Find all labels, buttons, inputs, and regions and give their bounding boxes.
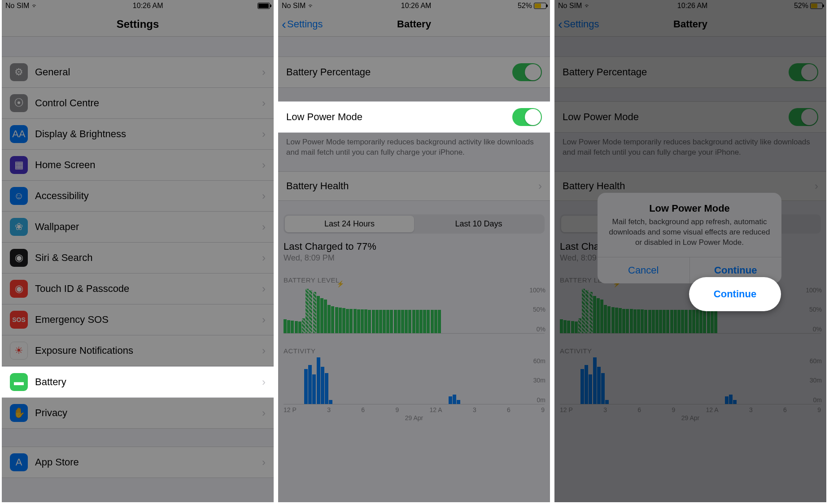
row-home-screen[interactable]: ▦ Home Screen › xyxy=(2,150,274,181)
battery-pct-group: Battery Percentage xyxy=(278,56,550,88)
row-control-centre[interactable]: ⦿ Control Centre › xyxy=(2,88,274,119)
alert-title: Low Power Mode xyxy=(598,193,781,217)
carrier-label: No SIM xyxy=(5,2,29,10)
lpm-alert: Low Power Mode Mail fetch, background ap… xyxy=(598,193,781,283)
battery-icon xyxy=(534,3,546,9)
text-size-icon: AA xyxy=(10,125,28,143)
row-display-brightness[interactable]: AA Display & Brightness › xyxy=(2,119,274,150)
x-axis-ticks: 12 P36912 A369 xyxy=(278,404,550,413)
row-exposure-notifications[interactable]: ☀ Exposure Notifications › xyxy=(2,335,274,366)
siri-icon: ◉ xyxy=(10,249,28,267)
x-axis-date: 29 Apr xyxy=(278,414,550,421)
row-general[interactable]: ⚙︎ General › xyxy=(2,56,274,88)
virus-icon: ☀ xyxy=(10,342,28,360)
row-accessibility[interactable]: ☺ Accessibility › xyxy=(2,181,274,212)
flower-icon: ❀ xyxy=(10,218,28,236)
battery-level-label: BATTERY LEVEL xyxy=(278,263,550,285)
settings-list-2: A App Store › xyxy=(2,447,274,478)
chevron-right-icon: › xyxy=(262,376,266,388)
time-range-segment: Last 24 Hours Last 10 Days xyxy=(278,201,550,235)
row-app-store[interactable]: A App Store › xyxy=(2,447,274,478)
carrier-label: No SIM xyxy=(282,2,305,10)
alert-message: Mail fetch, background app refresh, auto… xyxy=(598,217,781,257)
chevron-right-icon: › xyxy=(262,97,266,109)
battery-icon: ▬ xyxy=(10,373,28,391)
gear-icon: ⚙︎ xyxy=(10,63,28,81)
chevron-right-icon: › xyxy=(262,66,266,78)
chevron-right-icon: › xyxy=(262,128,266,140)
row-touchid-passcode[interactable]: ◉ Touch ID & Passcode › xyxy=(2,274,274,304)
row-privacy[interactable]: ✋ Privacy › xyxy=(2,398,274,429)
continue-highlight[interactable]: Continue xyxy=(689,277,781,311)
row-emergency-sos[interactable]: SOS Emergency SOS › xyxy=(2,304,274,335)
chevron-right-icon: › xyxy=(262,313,266,326)
charging-bolt-icon: ⚡ xyxy=(336,280,344,287)
row-wallpaper[interactable]: ❀ Wallpaper › xyxy=(2,212,274,243)
nav-header: Settings xyxy=(2,12,274,37)
hand-icon: ✋ xyxy=(10,404,28,422)
battery-health-group: Battery Health › xyxy=(278,171,550,201)
activity-chart: 60m 30m 0m xyxy=(278,357,550,404)
chevron-right-icon: › xyxy=(262,221,266,233)
chevron-right-icon: › xyxy=(262,252,266,264)
page-title: Settings xyxy=(117,18,159,30)
page-title: Battery xyxy=(397,18,431,30)
row-battery-percentage[interactable]: Battery Percentage xyxy=(278,56,550,88)
chevron-right-icon: › xyxy=(262,159,266,171)
nav-header: ‹ Settings Battery xyxy=(278,12,550,37)
clock-label: 10:26 AM xyxy=(133,2,163,10)
seg-last-24h[interactable]: Last 24 Hours xyxy=(285,216,414,232)
toggle-low-power-mode[interactable] xyxy=(512,108,542,126)
battery-pct-label: 52% xyxy=(518,2,532,10)
grid-icon: ▦ xyxy=(10,156,28,174)
sos-icon: SOS xyxy=(10,311,28,329)
screen-1-settings: No SIM ᯤ 10:26 AM Settings ⚙︎ General › … xyxy=(2,0,274,502)
toggle-battery-percentage[interactable] xyxy=(512,63,542,81)
activity-label: ACTIVITY xyxy=(278,334,550,356)
alert-cancel-button[interactable]: Cancel xyxy=(598,257,690,283)
lpm-footer-note: Low Power Mode temporarily reduces backg… xyxy=(278,133,550,158)
chevron-right-icon: › xyxy=(538,180,542,192)
wifi-icon: ᯤ xyxy=(32,2,38,9)
chevron-right-icon: › xyxy=(262,456,266,469)
row-siri-search[interactable]: ◉ Siri & Search › xyxy=(2,243,274,274)
wifi-icon: ᯤ xyxy=(308,2,314,9)
status-bar: No SIM ᯤ 10:26 AM xyxy=(2,0,274,12)
appstore-icon: A xyxy=(10,453,28,471)
accessibility-icon: ☺ xyxy=(10,187,28,205)
chevron-right-icon: › xyxy=(262,344,266,357)
chevron-right-icon: › xyxy=(262,190,266,202)
settings-list: ⚙︎ General › ⦿ Control Centre › AA Displ… xyxy=(2,56,274,429)
battery-icon xyxy=(257,3,270,9)
screen-3-alert: No SIM ᯤ 10:26 AM 52% ‹ Settings Battery… xyxy=(554,0,826,502)
row-battery-health[interactable]: Battery Health › xyxy=(278,171,550,201)
chevron-right-icon: › xyxy=(262,407,266,419)
row-low-power-mode[interactable]: Low Power Mode xyxy=(278,101,550,133)
toggles-icon: ⦿ xyxy=(10,94,28,112)
last-charged-header: Last Charged to 77% Wed, 8:09 PM xyxy=(278,235,550,263)
row-battery[interactable]: ▬ Battery › xyxy=(2,366,274,398)
back-button[interactable]: ‹ Settings xyxy=(282,12,323,36)
status-bar: No SIM ᯤ 10:26 AM 52% xyxy=(278,0,550,12)
seg-last-10d[interactable]: Last 10 Days xyxy=(414,216,543,232)
fingerprint-icon: ◉ xyxy=(10,280,28,298)
chevron-left-icon: ‹ xyxy=(282,17,286,31)
battery-level-chart: ⚡ 100% 50% 0% xyxy=(278,287,550,334)
screen-2-battery: No SIM ᯤ 10:26 AM 52% ‹ Settings Battery… xyxy=(278,0,550,502)
clock-label: 10:26 AM xyxy=(401,2,432,10)
chevron-right-icon: › xyxy=(262,282,266,295)
